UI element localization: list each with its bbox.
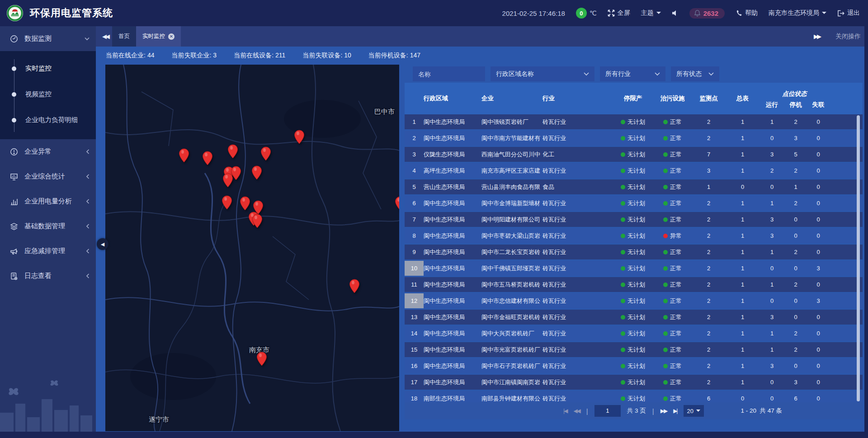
map-pin-icon[interactable] xyxy=(251,165,262,180)
last-page-button[interactable]: ▶| xyxy=(673,408,677,414)
cell-meter: 0 xyxy=(726,391,760,402)
table-row[interactable]: 14阆中生态环境局阆中大兴页岩机砖厂砖瓦行业无计划正常21120 xyxy=(405,326,863,341)
total-pages-label: 共 3 页 xyxy=(627,407,646,415)
cell-points: 2 xyxy=(692,326,726,341)
first-page-button[interactable]: |◀ xyxy=(563,408,567,414)
map-panel[interactable]: 巴中市南充市遂宁市 xyxy=(105,65,399,431)
tab-realtime-monitor[interactable]: 实时监控 ✕ xyxy=(136,26,181,47)
logout-button[interactable]: 退出 xyxy=(837,9,860,17)
sidebar-item-6[interactable]: 日志查看 xyxy=(0,264,96,288)
status-dot-icon xyxy=(663,364,668,368)
status-dot-icon xyxy=(621,217,625,222)
tabs-scroll-left-icon[interactable]: ◀◀ xyxy=(99,33,112,40)
next-page-button[interactable]: ▶▶ xyxy=(660,408,667,414)
table-row[interactable]: 9阆中生态环境局阆中市二龙长宝页岩砖砖瓦行业无计划正常21120 xyxy=(405,245,863,259)
table-row[interactable]: 17阆中生态环境局阆中市江南镇阆南页岩砖瓦行业无计划正常21030 xyxy=(405,375,863,390)
sidebar-item-3[interactable]: 企业用电量分析 xyxy=(0,189,96,214)
cell-meter: 1 xyxy=(726,277,760,292)
cell-stop: 0 xyxy=(784,310,807,325)
fullscreen-button[interactable]: 全屏 xyxy=(608,9,630,17)
cell-stop: 6 xyxy=(784,391,807,402)
status-filter-select[interactable]: 所有状态 xyxy=(671,66,719,81)
table-row[interactable]: 3仪陇生态环境局西南油气田分公司川中化工无计划正常71350 xyxy=(405,147,863,162)
status-dot-icon xyxy=(663,299,668,303)
theme-button[interactable]: 主题 xyxy=(641,9,661,17)
sidebar-item-2[interactable]: 企业综合统计 xyxy=(0,164,96,189)
table-row[interactable]: 6阆中生态环境局阆中市金博瑞新型墙材砖瓦行业无计划正常21120 xyxy=(405,196,863,211)
table-row[interactable]: 13阆中生态环境局阆中市金福旺页岩机砖砖瓦行业无计划正常21300 xyxy=(405,310,863,325)
cell-lost: 0 xyxy=(807,196,830,211)
org-menu[interactable]: 南充市生态环境局 xyxy=(769,9,826,17)
table-row[interactable]: 8阆中生态环境局阆中市枣碧大梁山页岩砖瓦行业无计划异常21300 xyxy=(405,228,863,243)
table-row[interactable]: 11阆中生态环境局阆中市五马桥页岩机砖砖瓦行业无计划正常21120 xyxy=(405,277,863,292)
cell-meter: 1 xyxy=(726,261,760,276)
sidebar-item-0[interactable]: 数据监测 xyxy=(0,26,96,51)
cell-facility: 正常 xyxy=(653,261,692,276)
stat-label: 当前失联企业: xyxy=(171,52,211,59)
sidebar-subitem-2[interactable]: 企业电力负荷明细 xyxy=(0,107,96,133)
status-dot-icon xyxy=(621,380,625,385)
map-pin-icon[interactable] xyxy=(349,279,360,293)
table-scrollbar[interactable] xyxy=(857,115,860,401)
chevron-down-icon xyxy=(85,37,90,41)
cell-lost: 3 xyxy=(807,293,830,308)
region-filter-select[interactable]: 行政区域名称 xyxy=(491,66,594,81)
cell-meter: 1 xyxy=(726,147,760,162)
close-operations-button[interactable]: 关闭操作 xyxy=(835,33,861,41)
table-row[interactable]: 18南部生态环境局南部县升钟建材有限公砖瓦行业无计划正常60060 xyxy=(405,391,863,402)
mute-button[interactable] xyxy=(672,10,679,16)
col-stop: 停机 xyxy=(784,99,807,114)
tab-close-icon[interactable]: ✕ xyxy=(168,33,175,40)
sidebar-collapse-toggle[interactable]: ◀ xyxy=(97,238,108,250)
table-row[interactable]: 5营山生态环境局营山县润丰肉食品有限食品无计划正常10010 xyxy=(405,179,863,194)
phone-icon xyxy=(736,10,742,17)
window-scrollbar-track[interactable] xyxy=(864,0,868,438)
table-row[interactable]: 15阆中生态环境局阆中市光富页岩机砖厂砖瓦行业无计划正常21120 xyxy=(405,342,863,357)
table-row[interactable]: 12阆中生态环境局阆中市忠信建材有限公砖瓦行业无计划正常21003 xyxy=(405,293,863,308)
table-row[interactable]: 7阆中生态环境局阆中明阳建材有限公司砖瓦行业无计划正常21300 xyxy=(405,212,863,227)
map-pin-icon[interactable] xyxy=(222,173,233,188)
cell-region: 阆中生态环境局 xyxy=(424,326,481,341)
cell-region: 阆中生态环境局 xyxy=(424,375,481,390)
cell-index: 6 xyxy=(405,196,424,211)
cell-meter: 1 xyxy=(726,326,760,341)
sidebar-item-4[interactable]: 基础数据管理 xyxy=(0,214,96,239)
temperature-unit: ℃ xyxy=(590,9,597,17)
help-button[interactable]: 帮助 xyxy=(736,9,758,17)
page-size-select[interactable]: 20 xyxy=(684,405,704,417)
table-row[interactable]: 1阆中生态环境局阆中强锐页岩砖厂砖瓦行业无计划正常21120 xyxy=(405,114,863,129)
table-row[interactable]: 10阆中生态环境局阆中千佛镇五郎垭页岩砖瓦行业无计划正常21003 xyxy=(405,261,863,276)
table-row[interactable]: 16阆中生态环境局阆中市石子页岩机砖厂砖瓦行业无计划正常21300 xyxy=(405,358,863,373)
cell-meter: 1 xyxy=(726,245,760,259)
map-pin-icon[interactable] xyxy=(222,195,232,210)
sidebar-item-5[interactable]: 应急减排管理 xyxy=(0,239,96,264)
notification-badge[interactable]: 2632 xyxy=(689,8,725,19)
prev-page-button[interactable]: ◀◀ xyxy=(573,408,580,414)
map-pin-icon[interactable] xyxy=(252,214,263,228)
cell-lost: 0 xyxy=(807,179,830,194)
map-pin-icon[interactable] xyxy=(256,352,267,366)
map-pin-icon[interactable] xyxy=(240,196,250,211)
name-filter-input[interactable] xyxy=(418,71,480,78)
cell-facility: 正常 xyxy=(653,163,692,178)
map-pin-icon[interactable] xyxy=(395,196,399,211)
map-pin-icon[interactable] xyxy=(294,130,305,144)
chevron-left-icon xyxy=(86,273,90,278)
sidebar-subitem-1[interactable]: 视频监控 xyxy=(0,81,96,107)
map-pin-icon[interactable] xyxy=(227,144,238,159)
cell-company: 阆中市忠信建材有限公 xyxy=(481,293,542,308)
status-dot-icon xyxy=(621,185,625,189)
tabs-scroll-right-icon[interactable]: ▶▶ xyxy=(810,33,824,40)
page-number-input[interactable]: 1 xyxy=(594,405,621,417)
table-row[interactable]: 4高坪生态环境局南充市高坪区王家店建砖瓦行业无计划正常31220 xyxy=(405,163,863,178)
cell-region: 营山生态环境局 xyxy=(424,179,481,194)
map-pin-icon[interactable] xyxy=(179,148,189,163)
sidebar-subitem-0[interactable]: 实时监控 xyxy=(0,56,96,81)
tab-home[interactable]: 首页 xyxy=(112,26,136,47)
map-pin-icon[interactable] xyxy=(202,151,213,165)
industry-filter-select[interactable]: 所有行业 xyxy=(600,66,665,81)
table-row[interactable]: 2阆中生态环境局阆中市南方节能建材有砖瓦行业无计划正常21030 xyxy=(405,131,863,146)
cell-region: 高坪生态环境局 xyxy=(424,163,481,178)
map-pin-icon[interactable] xyxy=(260,146,271,161)
sidebar-item-1[interactable]: 企业异常 xyxy=(0,139,96,164)
